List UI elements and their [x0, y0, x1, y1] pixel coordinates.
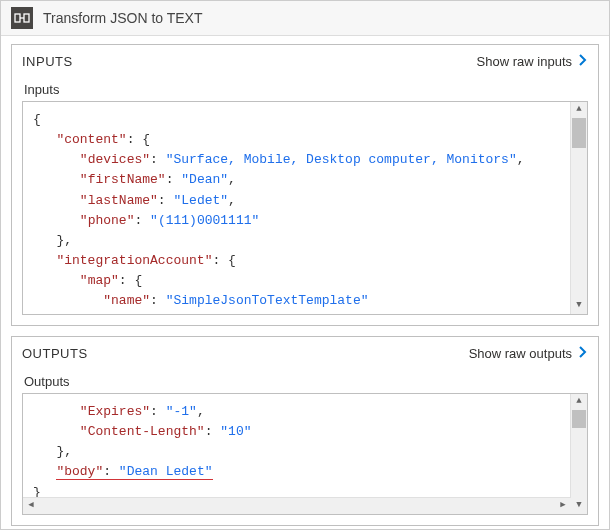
scroll-up-arrow-icon[interactable]: ▲: [571, 102, 587, 118]
transform-run-details: Transform JSON to TEXT INPUTS Show raw i…: [0, 0, 610, 530]
action-title: Transform JSON to TEXT: [43, 10, 202, 26]
outputs-panel-header: OUTPUTS Show raw outputs: [12, 337, 598, 366]
body-highlight: "body": "Dean Ledet": [56, 464, 212, 480]
outputs-panel-body: Outputs "Expires": "-1", "Content-Length…: [12, 366, 598, 525]
outputs-json-box[interactable]: "Expires": "-1", "Content-Length": "10" …: [22, 393, 588, 515]
scroll-up-arrow-icon[interactable]: ▲: [571, 394, 587, 410]
scroll-down-arrow-icon[interactable]: ▼: [571, 298, 587, 314]
chevron-right-icon: [578, 345, 588, 362]
inputs-panel-title: INPUTS: [22, 54, 73, 69]
inputs-panel: INPUTS Show raw inputs Inputs { "content…: [11, 44, 599, 326]
scroll-left-arrow-icon[interactable]: ◀: [23, 498, 39, 514]
show-raw-inputs-link[interactable]: Show raw inputs: [477, 53, 588, 70]
inputs-subtitle: Inputs: [24, 82, 588, 97]
show-raw-outputs-link[interactable]: Show raw outputs: [469, 345, 588, 362]
scroll-thumb[interactable]: [572, 118, 586, 148]
title-bar: Transform JSON to TEXT: [1, 1, 609, 36]
vertical-scrollbar[interactable]: ▲ ▼: [570, 394, 587, 514]
liquid-transform-icon: [11, 7, 33, 29]
show-raw-outputs-label: Show raw outputs: [469, 346, 572, 361]
svg-rect-0: [15, 14, 20, 22]
scroll-thumb[interactable]: [572, 410, 586, 428]
inputs-panel-header: INPUTS Show raw inputs: [12, 45, 598, 74]
chevron-right-icon: [578, 53, 588, 70]
outputs-panel-title: OUTPUTS: [22, 346, 88, 361]
scroll-down-arrow-icon[interactable]: ▼: [571, 498, 587, 514]
svg-rect-1: [24, 14, 29, 22]
inputs-panel-body: Inputs { "content": { "devices": "Surfac…: [12, 74, 598, 325]
outputs-subtitle: Outputs: [24, 374, 588, 389]
show-raw-inputs-label: Show raw inputs: [477, 54, 572, 69]
horizontal-scrollbar[interactable]: ◀ ▶: [23, 497, 571, 514]
vertical-scrollbar[interactable]: ▲ ▼: [570, 102, 587, 314]
panels-container: INPUTS Show raw inputs Inputs { "content…: [1, 36, 609, 530]
scroll-right-arrow-icon[interactable]: ▶: [555, 498, 571, 514]
outputs-panel: OUTPUTS Show raw outputs Outputs "Expire…: [11, 336, 599, 526]
inputs-json-box[interactable]: { "content": { "devices": "Surface, Mobi…: [22, 101, 588, 315]
inputs-json-content: { "content": { "devices": "Surface, Mobi…: [33, 110, 569, 311]
